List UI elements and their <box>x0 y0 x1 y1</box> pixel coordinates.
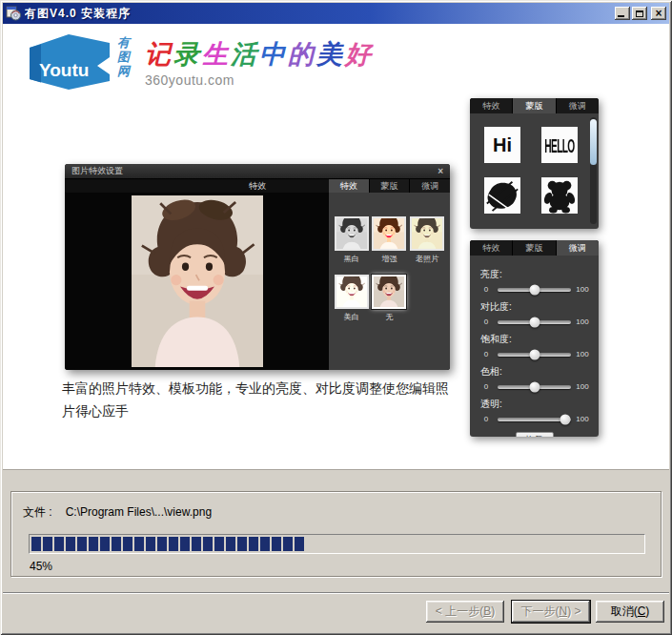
next-button[interactable]: 下一步(N) > <box>512 601 590 623</box>
effect-thumb-label: 无 <box>372 312 406 322</box>
slider-min-label: 0 <box>479 350 494 358</box>
slider-row-对比度: 对比度:0100 <box>479 300 590 326</box>
slogan-char: 活 <box>231 40 259 69</box>
effect-thumb-label: 增强 <box>372 254 406 264</box>
slider-max-label: 100 <box>575 318 590 326</box>
youtu-logo-icon: Youtu <box>27 31 112 92</box>
effects-tabbar: 特效蒙版微调 <box>329 179 450 193</box>
slider-max-label: 100 <box>575 350 590 358</box>
bear-icon <box>541 177 578 214</box>
slider-label: 对比度: <box>480 300 590 314</box>
slider-track[interactable] <box>498 288 571 292</box>
file-row: 文件 :C:\Program Files\...\view.png <box>23 504 212 521</box>
installer-icon <box>6 6 21 21</box>
slider-thumb[interactable] <box>529 284 540 295</box>
effect-thumb-label: 老照片 <box>410 254 444 264</box>
mask-tabbar: 特效蒙版微调 <box>470 98 599 113</box>
mask-tile-scribble[interactable] <box>484 177 520 214</box>
svg-text:Youtu: Youtu <box>39 60 89 80</box>
slider-track[interactable] <box>498 385 571 389</box>
slogan-char: 录 <box>173 40 202 69</box>
sliders: 亮度:0100对比度:0100饱和度:0100色相:0100透明:0100 <box>470 256 599 423</box>
tab-蒙版[interactable]: 蒙版 <box>370 179 411 193</box>
slogan-char: 生 <box>202 40 231 69</box>
title-bar: 有图V4.0 安装程序 × <box>3 3 669 24</box>
scrollbar-thumb[interactable] <box>590 119 597 165</box>
effect-thumb-label: 美白 <box>335 312 369 322</box>
effect-thumb-label: 黑白 <box>335 254 369 264</box>
tab-微调[interactable]: 微调 <box>557 240 599 256</box>
back-button[interactable]: < 上一步(B) <box>426 601 504 623</box>
footer-area: 文件 :C:\Program Files\...\view.png 45% < … <box>3 470 669 632</box>
slider-thumb[interactable] <box>529 317 540 327</box>
adjust-panel: 特效蒙版微调 亮度:0100对比度:0100饱和度:0100色相:0100透明:… <box>470 240 599 437</box>
effects-side-panel: 黑白增强老照片美白无 <box>329 193 450 370</box>
slider-row-亮度: 亮度:0100 <box>479 268 590 294</box>
slider-max-label: 100 <box>575 285 590 294</box>
slider-max-label: 100 <box>575 382 590 391</box>
slider-max-label: 100 <box>575 415 590 423</box>
slider-thumb[interactable] <box>529 381 540 392</box>
effects-close-icon[interactable]: × <box>438 166 443 176</box>
content-area: Youtu 有 图 网 记录生活中的美好 360youtu.com 图片特效设置… <box>3 24 669 470</box>
brand-site-url: 360youtu.com <box>145 72 374 88</box>
effect-thumb-无[interactable]: 无 <box>372 275 406 322</box>
slider-track[interactable] <box>498 320 571 324</box>
effect-thumb-老照片[interactable]: 老照片 <box>410 216 444 264</box>
divider <box>3 592 669 594</box>
brand-header: Youtu 有 图 网 记录生活中的美好 360youtu.com <box>27 31 374 92</box>
minimize-button[interactable] <box>615 7 630 20</box>
tab-微调[interactable]: 微调 <box>557 98 599 113</box>
slogan-char: 中 <box>259 40 288 69</box>
slider-thumb[interactable] <box>560 414 570 424</box>
tab-微调[interactable]: 微调 <box>410 179 450 193</box>
effect-thumb-image <box>335 216 369 251</box>
mask-tile-text: HELLO <box>544 134 574 156</box>
slider-track[interactable] <box>498 418 571 421</box>
mask-tile-hi[interactable]: Hi <box>484 127 520 163</box>
slider-label: 饱和度: <box>480 333 590 346</box>
close-icon: × <box>655 9 662 18</box>
progress-fill <box>31 537 306 551</box>
effect-thumb-image <box>335 275 369 309</box>
reset-button[interactable]: 恢复 <box>516 432 554 437</box>
slogan-char: 美 <box>316 40 345 69</box>
maximize-icon <box>636 10 643 17</box>
effect-thumb-image <box>372 216 406 251</box>
slogan-char: 记 <box>145 40 173 69</box>
slider-label: 色相: <box>480 365 590 379</box>
effects-header: 特效 特效蒙版微调 <box>65 179 450 193</box>
tab-蒙版[interactable]: 蒙版 <box>513 98 556 113</box>
file-label: 文件 : <box>23 505 52 519</box>
tab-蒙版[interactable]: 蒙版 <box>513 240 556 256</box>
effect-thumb-image <box>372 275 406 309</box>
mask-tile-text: Hi <box>493 134 512 156</box>
scrollbar[interactable] <box>590 117 597 224</box>
tab-特效[interactable]: 特效 <box>470 98 513 113</box>
effect-thumb-黑白[interactable]: 黑白 <box>335 216 369 264</box>
slogan-char: 的 <box>288 40 316 69</box>
mask-panel: 特效蒙版微调 HiHELLO <box>470 98 599 229</box>
slider-label: 亮度: <box>480 268 590 281</box>
mask-tile-hello[interactable]: HELLO <box>541 127 578 163</box>
slider-row-透明: 透明:0100 <box>479 398 590 423</box>
slider-track[interactable] <box>498 353 571 357</box>
tab-特效[interactable]: 特效 <box>470 240 513 256</box>
cancel-button[interactable]: 取消(C) <box>596 601 664 623</box>
slider-min-label: 0 <box>479 415 494 423</box>
mask-tile-bear[interactable] <box>541 177 578 214</box>
slider-row-色相: 色相:0100 <box>479 365 590 391</box>
slider-thumb[interactable] <box>529 349 540 359</box>
slider-label: 透明: <box>480 398 590 411</box>
photo-canvas <box>65 193 329 370</box>
maximize-button[interactable] <box>632 7 647 20</box>
effect-thumb-美白[interactable]: 美白 <box>335 275 369 322</box>
slogan-char: 好 <box>345 40 374 69</box>
minimize-icon <box>618 15 624 17</box>
close-button[interactable]: × <box>651 7 666 20</box>
progress-bar <box>29 534 645 554</box>
tab-特效[interactable]: 特效 <box>329 179 370 193</box>
feature-description: 丰富的照片特效、模板功能，专业的亮度、对比度调整使您编辑照片得心应手 <box>62 377 457 422</box>
effect-thumb-增强[interactable]: 增强 <box>372 216 406 264</box>
photo-preview <box>132 195 263 367</box>
